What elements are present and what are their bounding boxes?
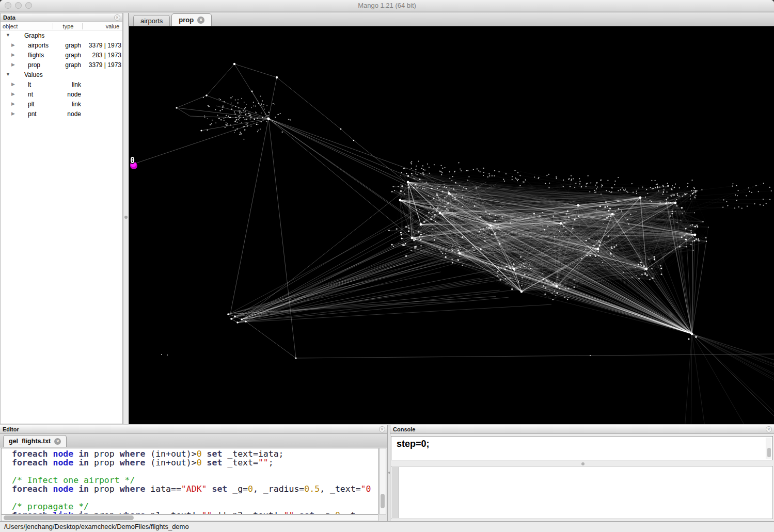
expand-arrow-icon[interactable]: ▶ bbox=[11, 91, 15, 96]
console-panel: Console × step=0; bbox=[390, 425, 774, 521]
tree-item-label: pnt bbox=[28, 110, 37, 118]
console-input-scrollbar[interactable] bbox=[766, 438, 771, 459]
tree-item-label: flights bbox=[28, 52, 44, 59]
console-splitter[interactable] bbox=[390, 461, 774, 466]
editor-panel: Editor × gel_flights.txt × foreach node … bbox=[0, 425, 387, 521]
splitter-handle-icon bbox=[581, 462, 585, 465]
data-column-headers: object type value bbox=[1, 22, 122, 30]
close-tab-icon[interactable]: × bbox=[54, 438, 61, 445]
expand-arrow-icon[interactable]: ▶ bbox=[11, 82, 15, 87]
tree-item-label: airports bbox=[28, 42, 49, 49]
close-window-button[interactable] bbox=[5, 2, 11, 9]
close-tab-icon[interactable]: × bbox=[197, 17, 204, 24]
console-output bbox=[391, 466, 773, 519]
console-panel-title: Console bbox=[393, 426, 415, 432]
data-panel-splitter[interactable] bbox=[123, 13, 129, 424]
expand-arrow-icon[interactable]: ▶ bbox=[11, 42, 15, 47]
tree-item-label: prop bbox=[28, 61, 40, 69]
status-bar: /Users/jenchang/Desktop/examcheck/DemoFi… bbox=[0, 521, 774, 532]
code-line: foreach node in prop where (in+out)>0 se… bbox=[12, 458, 378, 467]
expand-arrow-icon[interactable]: ▶ bbox=[11, 111, 15, 116]
splitter-handle-icon bbox=[124, 216, 128, 219]
tree-item-type: node bbox=[50, 110, 81, 118]
scrollbar-thumb[interactable] bbox=[767, 448, 771, 457]
expand-arrow-icon[interactable]: ▶ bbox=[11, 52, 15, 57]
column-separator bbox=[82, 23, 83, 29]
code-line bbox=[12, 493, 378, 502]
window-title: Mango 1.21 (64 bit) bbox=[0, 0, 774, 11]
tree-item-label: Values bbox=[24, 71, 43, 78]
data-panel: Data × object type value ▼Graphs▶airport… bbox=[0, 13, 123, 424]
tab-prop[interactable]: prop × bbox=[171, 13, 212, 26]
data-tree: ▼Graphs▶airportsgraph3379 | 1973▶flights… bbox=[1, 30, 122, 119]
tab-gel-flights[interactable]: gel_flights.txt × bbox=[3, 435, 67, 447]
code-area[interactable]: foreach node in prop where (in+out)>0 se… bbox=[2, 448, 378, 514]
column-object[interactable]: object bbox=[3, 23, 18, 29]
column-value[interactable]: value bbox=[83, 23, 119, 29]
scrollbar-thumb[interactable] bbox=[381, 494, 385, 508]
tree-row[interactable]: ▶pntnode bbox=[1, 109, 122, 119]
code-line: foreach link in prop where n1._text!="" … bbox=[12, 511, 378, 514]
close-panel-icon[interactable]: × bbox=[379, 426, 385, 432]
tab-label: prop bbox=[179, 16, 194, 24]
zoom-window-button[interactable] bbox=[25, 2, 32, 9]
tree-item-value: 283 | 1973 bbox=[76, 52, 121, 59]
tree-row[interactable]: ▼Graphs bbox=[1, 30, 122, 40]
titlebar: Mango 1.21 (64 bit) bbox=[0, 0, 774, 11]
graph-tab-bar: airports prop × bbox=[129, 13, 774, 26]
tab-label: gel_flights.txt bbox=[9, 438, 51, 445]
column-type[interactable]: type bbox=[54, 23, 82, 29]
column-separator bbox=[53, 23, 53, 29]
tree-item-value: 3379 | 1973 bbox=[76, 61, 121, 69]
tree-row[interactable]: ▼Values bbox=[1, 70, 122, 79]
close-panel-icon[interactable]: × bbox=[114, 14, 120, 21]
code-line bbox=[12, 467, 378, 476]
tree-row[interactable]: ▶propgraph3379 | 1973 bbox=[1, 60, 122, 70]
scrollbar-thumb[interactable] bbox=[4, 515, 134, 520]
editor-vertical-scrollbar[interactable] bbox=[379, 448, 386, 514]
tree-row[interactable]: ▶ntnode bbox=[1, 89, 122, 99]
tree-item-type: link bbox=[50, 81, 81, 88]
console-input[interactable]: step=0; bbox=[391, 436, 773, 460]
tree-item-label: plt bbox=[28, 101, 35, 108]
code-editor[interactable]: foreach node in prop where (in+out)>0 se… bbox=[1, 448, 378, 514]
tree-item-label: nt bbox=[28, 91, 33, 98]
close-panel-icon[interactable]: × bbox=[766, 426, 772, 432]
tree-item-value: 3379 | 1973 bbox=[76, 42, 121, 49]
data-panel-title: Data bbox=[3, 14, 15, 21]
tree-item-label: Graphs bbox=[24, 32, 44, 39]
tree-item-type: link bbox=[50, 101, 81, 108]
status-path: /Users/jenchang/Desktop/examcheck/DemoFi… bbox=[4, 523, 189, 530]
expand-arrow-icon[interactable]: ▶ bbox=[11, 101, 15, 106]
tab-airports[interactable]: airports bbox=[133, 15, 170, 26]
tree-item-label: lt bbox=[28, 81, 31, 88]
console-input-text: step=0; bbox=[397, 439, 430, 449]
graph-canvas[interactable] bbox=[129, 26, 774, 424]
expand-arrow-icon[interactable]: ▶ bbox=[11, 62, 15, 67]
tree-row[interactable]: ▶flightsgraph283 | 1973 bbox=[1, 50, 122, 60]
editor-panel-header: Editor × bbox=[0, 425, 387, 434]
code-line: /* propagate */ bbox=[12, 502, 378, 511]
console-output-scrollbar[interactable] bbox=[392, 467, 399, 518]
code-line: /* Infect one airport */ bbox=[12, 476, 378, 485]
code-line: foreach node in prop where (in+out)>0 se… bbox=[12, 449, 378, 458]
tab-label: airports bbox=[140, 17, 163, 25]
tree-row[interactable]: ▶airportsgraph3379 | 1973 bbox=[1, 40, 122, 50]
editor-panel-title: Editor bbox=[3, 426, 19, 432]
editor-horizontal-scrollbar[interactable] bbox=[1, 514, 378, 521]
collapse-arrow-icon[interactable]: ▼ bbox=[6, 72, 10, 77]
tree-item-type: node bbox=[50, 91, 81, 98]
tree-row[interactable]: ▶pltlink bbox=[1, 99, 122, 109]
app-window: Mango 1.21 (64 bit) Data × object type v… bbox=[0, 0, 774, 532]
editor-tab-bar: gel_flights.txt × bbox=[0, 434, 387, 447]
console-panel-header: Console × bbox=[390, 425, 774, 434]
collapse-arrow-icon[interactable]: ▼ bbox=[6, 33, 10, 38]
code-line: foreach node in prop where iata=="ADK" s… bbox=[12, 485, 378, 493]
data-panel-header: Data × bbox=[1, 13, 122, 22]
tree-row[interactable]: ▶ltlink bbox=[1, 79, 122, 89]
minimize-window-button[interactable] bbox=[15, 2, 22, 9]
